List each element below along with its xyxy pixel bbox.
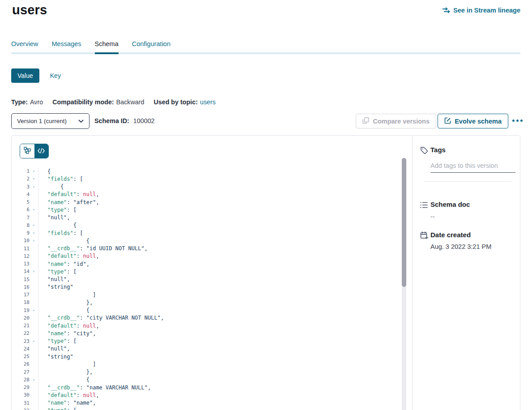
code-text: ] — [38, 291, 401, 299]
code-text: "type": [ — [38, 337, 401, 345]
fold-arrow-icon[interactable]: ▾ — [30, 177, 38, 181]
line-number: 3 — [12, 184, 30, 190]
value-key-toggle: Value Key — [11, 68, 61, 83]
value-toggle-button[interactable]: Value — [11, 68, 39, 83]
code-line: 16 "string" — [12, 283, 401, 291]
code-text: "type": [ — [38, 407, 401, 410]
line-number: 13 — [12, 261, 30, 267]
code-view-button[interactable] — [34, 144, 49, 158]
line-number: 31 — [12, 400, 30, 406]
calendar-icon — [420, 231, 428, 239]
used-by-topic-link[interactable]: users — [200, 98, 216, 106]
tree-view-button[interactable] — [20, 144, 34, 158]
line-number: 5 — [12, 199, 30, 205]
code-text: "default": null, — [38, 252, 401, 260]
code-text: "null", — [38, 276, 401, 283]
line-number: 24 — [12, 346, 30, 352]
date-created-value: Aug. 3 2022 3:21 PM — [430, 243, 491, 250]
code-line: 24 "null", — [12, 345, 401, 353]
code-text: "__crdb__": "id UUID NOT NULL", — [38, 245, 401, 252]
code-scrollbar-thumb[interactable] — [402, 158, 406, 287]
tag-icon — [420, 146, 428, 154]
code-text: { — [38, 376, 401, 384]
line-number: 17 — [12, 292, 30, 298]
code-line: 3▾ { — [12, 183, 401, 191]
code-line: 14▾ "type": [ — [12, 268, 401, 275]
code-line: 6▾ "type": [ — [12, 206, 401, 214]
fold-arrow-icon[interactable]: ▾ — [30, 185, 38, 189]
line-number: 25 — [12, 354, 30, 359]
type-meta: Type:Avro — [11, 98, 43, 106]
sidebar-divider — [423, 181, 511, 182]
tags-input[interactable] — [430, 160, 515, 173]
code-scrollbar-track[interactable] — [402, 158, 406, 410]
code-line: 10▾ { — [12, 237, 401, 244]
key-toggle-link[interactable]: Key — [50, 72, 61, 79]
code-line: 28▾ { — [12, 376, 401, 384]
line-number: 27 — [12, 369, 30, 375]
fold-arrow-icon[interactable]: ▾ — [30, 223, 38, 227]
code-view-icon — [38, 147, 45, 155]
compare-versions-label: Compare versions — [373, 118, 430, 125]
code-line: 27 }, — [12, 368, 401, 376]
code-line: 12 "default": null, — [12, 252, 401, 260]
line-number: 14 — [12, 269, 30, 274]
code-text: "type": [ — [38, 206, 401, 214]
view-mode-toggle — [20, 144, 49, 158]
fold-arrow-icon[interactable]: ▾ — [30, 339, 38, 343]
used-by-topic-label: Used by topic: — [153, 98, 198, 106]
stream-lineage-link[interactable]: See in Stream lineage — [442, 7, 520, 14]
code-text: "name": "name", — [38, 399, 401, 407]
code-line: 19▾ { — [12, 307, 401, 314]
line-number: 12 — [12, 253, 30, 259]
fold-arrow-icon[interactable]: ▾ — [30, 308, 38, 312]
line-number: 9 — [12, 230, 30, 236]
fold-arrow-icon[interactable]: ▾ — [30, 269, 38, 273]
fold-arrow-icon[interactable]: ▾ — [30, 378, 38, 382]
line-number: 23 — [12, 338, 30, 344]
fold-arrow-icon[interactable]: ▾ — [30, 231, 38, 235]
code-line: 32▾ "type": [ — [12, 407, 401, 410]
fold-arrow-icon[interactable]: ▾ — [30, 239, 38, 243]
code-line: 21 "default": null, — [12, 322, 401, 329]
code-text: }, — [38, 299, 401, 306]
schema-panel: 1▾{2▾ "fields": [3▾ {4 "default": null,5… — [11, 135, 520, 410]
schema-doc-title: Schema doc — [430, 201, 470, 208]
tab-schema[interactable]: Schema — [95, 40, 119, 54]
page-title: users — [12, 3, 47, 17]
line-number: 30 — [12, 392, 30, 398]
code-text: "name": "after", — [38, 198, 401, 206]
line-number: 4 — [12, 192, 30, 197]
tab-track — [11, 52, 520, 54]
line-number: 15 — [12, 277, 30, 282]
line-number: 2 — [12, 176, 30, 182]
line-number: 16 — [12, 284, 30, 290]
line-number: 7 — [12, 215, 30, 221]
code-line: 4 "default": null, — [12, 191, 401, 198]
fold-arrow-icon[interactable]: ▾ — [30, 169, 38, 173]
ellipsis-dot — [512, 120, 515, 122]
code-text: { — [38, 167, 401, 175]
compare-versions-button[interactable]: Compare versions — [356, 114, 436, 128]
code-text: "__crdb__": "city VARCHAR NOT NULL", — [38, 314, 401, 322]
line-number: 26 — [12, 361, 30, 367]
date-created-title: Date created — [430, 231, 471, 239]
code-text: "default": null, — [38, 391, 401, 399]
schema-meta-row: Type:Avro Compatibility mode:Backward Us… — [11, 98, 216, 106]
code-line: 20 "__crdb__": "city VARCHAR NOT NULL", — [12, 314, 401, 322]
compatibility-value: Backward — [116, 98, 145, 106]
more-options-button[interactable] — [511, 118, 524, 124]
tree-view-icon — [24, 147, 31, 156]
fold-arrow-icon[interactable]: ▾ — [30, 208, 38, 212]
schema-sidebar: Tags Schema doc -- Date created Aug. 3 2… — [412, 136, 520, 410]
code-text: "__crdb__": "name VARCHAR NULL", — [38, 384, 401, 391]
compatibility-meta: Compatibility mode:Backward — [52, 98, 144, 106]
evolve-schema-button[interactable]: Evolve schema — [438, 114, 508, 128]
code-line: 23▾ "type": [ — [12, 337, 401, 345]
code-line: 31 "name": "name", — [12, 399, 401, 407]
code-text: { — [38, 222, 401, 229]
ellipsis-dot — [520, 120, 523, 122]
line-number: 10 — [12, 238, 30, 243]
used-by-topic-meta: Used by topic:users — [153, 98, 215, 106]
version-select[interactable]: Version 1 (current) — [11, 113, 89, 129]
